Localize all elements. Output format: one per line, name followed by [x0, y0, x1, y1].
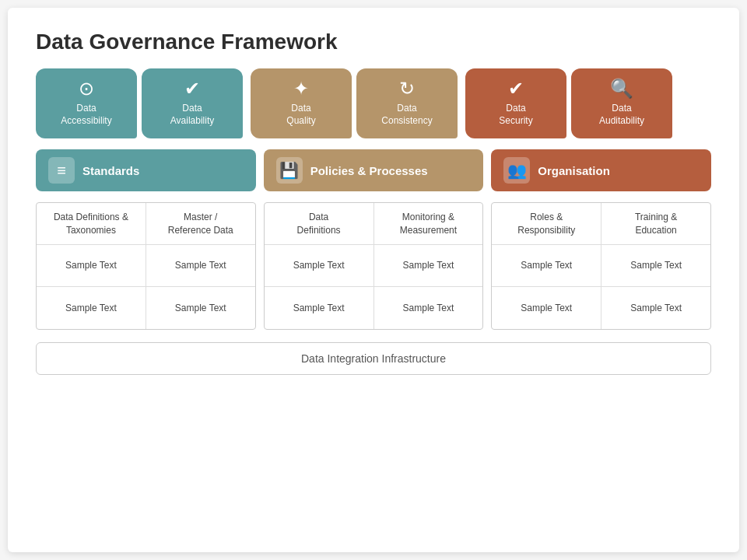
grid-cell: Training & Education — [601, 203, 710, 245]
grid-row: Roles & Responsibility Training & Educat… — [492, 203, 710, 245]
organisation-icon: 👥 — [503, 157, 530, 184]
policies-icon: 💾 — [276, 157, 303, 184]
grid-cell-sample: Sample Text — [374, 287, 483, 329]
grid-cell-sample: Sample Text — [601, 245, 710, 287]
slide: Data Governance Framework ⊙ Data Accessi… — [8, 8, 739, 552]
grid-row: Sample Text Sample Text — [265, 245, 483, 287]
grid-cell: Roles & Responsibility — [492, 203, 601, 245]
grid-cell-sample: Sample Text — [492, 287, 601, 329]
grid-row: Data Definitions & Taxonomies Master / R… — [37, 203, 255, 245]
grid-cell: Data Definitions & Taxonomies — [37, 203, 146, 245]
icon-block-data-security: ✔ Data Security — [465, 68, 566, 138]
grid-row: Sample Text Sample Text — [492, 287, 710, 329]
grids-row: Data Definitions & Taxonomies Master / R… — [36, 202, 711, 330]
icon-group-tan: ✦ Data Quality ↻ Data Consistency — [251, 68, 458, 138]
consistency-icon: ↻ — [399, 79, 415, 98]
footer-bar: Data Integration Infrastructure — [36, 342, 711, 375]
section-header-policies: 💾 Policies & Processes — [264, 149, 484, 191]
section-headers-row: ≡ Standards 💾 Policies & Processes 👥 Org… — [36, 149, 711, 191]
page-title: Data Governance Framework — [36, 30, 711, 54]
section-header-organisation: 👥 Organisation — [491, 149, 711, 191]
quality-icon: ✦ — [293, 79, 309, 98]
grid-cell-sample: Sample Text — [37, 287, 146, 329]
auditability-icon: 🔍 — [610, 79, 633, 98]
grid-cell: Master / Reference Data — [146, 203, 255, 245]
grid-standards: Data Definitions & Taxonomies Master / R… — [36, 202, 256, 330]
grid-cell: Monitoring & Measurement — [374, 203, 483, 245]
icon-group-rust: ✔ Data Security 🔍 Data Auditability — [465, 68, 672, 138]
availability-icon: ✔ — [184, 79, 200, 98]
icon-block-data-consistency: ↻ Data Consistency — [356, 68, 458, 138]
icon-block-data-availability: ✔ Data Availability — [142, 68, 243, 138]
grid-row: Sample Text Sample Text — [37, 245, 255, 287]
grid-cell-sample: Sample Text — [265, 245, 374, 287]
accessibility-icon: ⊙ — [79, 79, 94, 98]
icon-block-data-auditability: 🔍 Data Auditability — [571, 68, 672, 138]
grid-row: Sample Text Sample Text — [492, 245, 710, 287]
grid-cell-sample: Sample Text — [146, 287, 255, 329]
grid-row: Sample Text Sample Text — [265, 287, 483, 329]
icon-block-data-quality: ✦ Data Quality — [251, 68, 352, 138]
icon-row: ⊙ Data Accessibility ✔ Data Availability… — [36, 68, 711, 138]
icon-group-teal: ⊙ Data Accessibility ✔ Data Availability — [36, 68, 243, 138]
section-header-standards: ≡ Standards — [36, 149, 256, 191]
icon-block-data-accessibility: ⊙ Data Accessibility — [36, 68, 137, 138]
grid-cell-sample: Sample Text — [265, 287, 374, 329]
security-icon: ✔ — [508, 79, 524, 98]
grid-cell-sample: Sample Text — [146, 245, 255, 287]
grid-policies: Data Definitions Monitoring & Measuremen… — [264, 202, 484, 330]
grid-cell-sample: Sample Text — [601, 287, 710, 329]
standards-icon: ≡ — [48, 157, 75, 184]
grid-cell-sample: Sample Text — [37, 245, 146, 287]
grid-cell-sample: Sample Text — [492, 245, 601, 287]
grid-cell: Data Definitions — [265, 203, 374, 245]
grid-cell-sample: Sample Text — [374, 245, 483, 287]
grid-row: Sample Text Sample Text — [37, 287, 255, 329]
grid-row: Data Definitions Monitoring & Measuremen… — [265, 203, 483, 245]
grid-organisation: Roles & Responsibility Training & Educat… — [491, 202, 711, 330]
